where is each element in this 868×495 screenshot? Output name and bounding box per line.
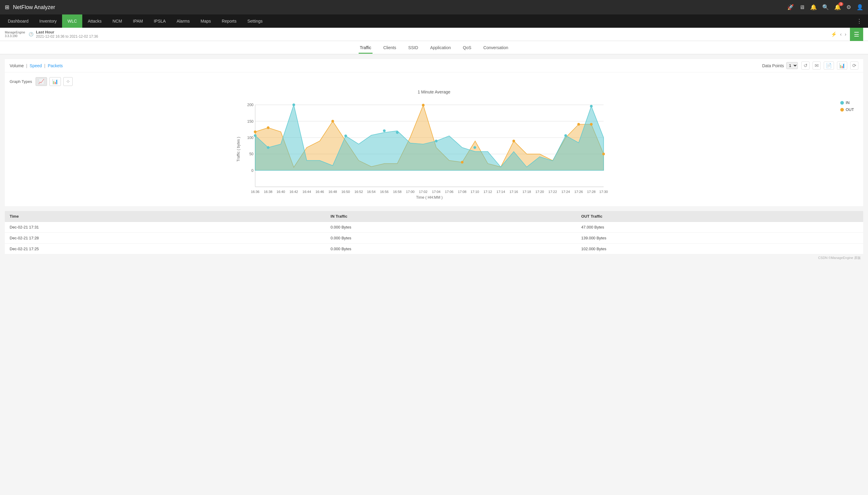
nav-forward-icon[interactable]: › bbox=[845, 32, 846, 37]
in-dot bbox=[267, 146, 270, 149]
svg-text:17:04: 17:04 bbox=[432, 190, 440, 193]
view-volume-link[interactable]: Volume bbox=[10, 63, 24, 68]
tab-conversation[interactable]: Conversation bbox=[482, 41, 510, 54]
view-links: Volume | Speed | Packets bbox=[10, 63, 63, 68]
col-time[interactable]: Time bbox=[5, 211, 326, 222]
user-icon[interactable]: 👤 bbox=[856, 4, 863, 11]
me-logo-line1: ManageEngine bbox=[5, 31, 25, 34]
me-logo-line2: 3.3.3.190 bbox=[5, 34, 25, 38]
svg-text:16:48: 16:48 bbox=[329, 190, 337, 193]
cell-out: 47.000 Bytes bbox=[576, 222, 863, 233]
notif-badge: 3 bbox=[838, 2, 843, 6]
nav-item-ipam[interactable]: IPAM bbox=[127, 15, 148, 28]
view-packets-link[interactable]: Packets bbox=[48, 63, 63, 68]
in-dot bbox=[590, 105, 592, 108]
top-bar: ⊞ NetFlow Analyzer 🚀 🖥 🔔 🔍 🔔 3 ⚙ 👤 bbox=[0, 0, 868, 15]
cell-in: 0.000 Bytes bbox=[326, 243, 576, 254]
alert-settings-icon[interactable]: ⚡ bbox=[831, 31, 837, 37]
graph-types-row: Graph Types 📈 📊 ⁘ bbox=[10, 77, 858, 86]
header-actions: ⚡ ‹ › bbox=[831, 31, 846, 37]
svg-text:17:08: 17:08 bbox=[458, 190, 466, 193]
svg-text:17:02: 17:02 bbox=[419, 190, 427, 193]
svg-text:16:38: 16:38 bbox=[264, 190, 273, 193]
gear-icon[interactable]: ⚙ bbox=[846, 4, 851, 11]
svg-text:17:14: 17:14 bbox=[497, 190, 505, 193]
in-dot bbox=[292, 103, 295, 106]
chart-container: Graph Types 📈 📊 ⁘ 1 Minute Average Traff… bbox=[5, 72, 863, 206]
notification-icon[interactable]: 🔔 3 bbox=[834, 4, 841, 11]
refresh-icon[interactable]: ↺ bbox=[801, 62, 810, 70]
bell-alt-icon[interactable]: 🔔 bbox=[810, 4, 817, 11]
tab-traffic[interactable]: Traffic bbox=[359, 41, 372, 54]
top-icons: 🚀 🖥 🔔 🔍 🔔 3 ⚙ 👤 bbox=[787, 4, 863, 11]
in-dot bbox=[383, 129, 386, 132]
sub-header: ManageEngine 3.3.3.190 🕐 Last Hour 2021-… bbox=[0, 28, 868, 41]
svg-text:100: 100 bbox=[247, 136, 254, 140]
svg-text:16:56: 16:56 bbox=[380, 190, 388, 193]
svg-text:17:22: 17:22 bbox=[549, 190, 557, 193]
pdf-icon[interactable]: 📄 bbox=[824, 62, 834, 70]
nav-item-wlc[interactable]: WLC bbox=[62, 15, 82, 28]
legend-in-dot bbox=[840, 101, 844, 105]
svg-text:Time ( HH:MM ): Time ( HH:MM ) bbox=[416, 195, 443, 200]
tab-application[interactable]: Application bbox=[429, 41, 452, 54]
nav-item-maps[interactable]: Maps bbox=[195, 15, 216, 28]
svg-text:200: 200 bbox=[247, 103, 254, 107]
in-dot bbox=[344, 134, 347, 137]
sep2: | bbox=[44, 63, 46, 68]
app-title: NetFlow Analyzer bbox=[13, 4, 787, 11]
legend-out-dot bbox=[840, 108, 844, 112]
legend-in-label: IN bbox=[846, 100, 850, 105]
out-dot bbox=[513, 140, 515, 142]
svg-text:17:24: 17:24 bbox=[561, 190, 570, 193]
rocket-icon[interactable]: 🚀 bbox=[787, 4, 794, 11]
nav-item-dashboard[interactable]: Dashboard bbox=[2, 15, 34, 28]
table-row: Dec-02-21 17:31 0.000 Bytes 47.000 Bytes bbox=[5, 222, 863, 233]
nav-item-settings[interactable]: Settings bbox=[242, 15, 268, 28]
svg-text:50: 50 bbox=[249, 152, 254, 156]
search-icon[interactable]: 🔍 bbox=[822, 4, 829, 11]
svg-text:17:06: 17:06 bbox=[445, 190, 453, 193]
nav-more-icon[interactable]: ⋮ bbox=[853, 18, 866, 24]
in-dot bbox=[473, 146, 476, 149]
svg-text:0: 0 bbox=[251, 169, 254, 173]
me-logo: ManageEngine 3.3.3.190 bbox=[5, 31, 25, 38]
menu-button[interactable]: ☰ bbox=[850, 28, 863, 41]
area-chart-btn[interactable]: 📈 bbox=[36, 77, 47, 86]
monitor-icon[interactable]: 🖥 bbox=[799, 4, 805, 11]
scatter-chart-btn[interactable]: ⁘ bbox=[63, 77, 73, 86]
table-row: Dec-02-21 17:28 0.000 Bytes 139.000 Byte… bbox=[5, 233, 863, 243]
nav-item-ncm[interactable]: NCM bbox=[107, 15, 127, 28]
nav-item-inventory[interactable]: Inventory bbox=[34, 15, 63, 28]
svg-text:16:44: 16:44 bbox=[302, 190, 311, 193]
time-info: 🕐 Last Hour 2021-12-02 16:36 to 2021-12-… bbox=[29, 30, 98, 39]
nav-item-reports[interactable]: Reports bbox=[216, 15, 242, 28]
reload-icon[interactable]: ⟳ bbox=[850, 62, 858, 70]
nav-back-icon[interactable]: ‹ bbox=[840, 32, 841, 37]
cell-in: 0.000 Bytes bbox=[326, 222, 576, 233]
cell-time: Dec-02-21 17:25 bbox=[5, 243, 326, 254]
data-points-select[interactable]: 1 2 5 bbox=[786, 62, 798, 69]
legend-out-label: OUT bbox=[846, 107, 854, 112]
data-points-label: Data Points bbox=[762, 63, 784, 68]
app-grid-icon[interactable]: ⊞ bbox=[5, 4, 9, 11]
nav-item-alarms[interactable]: Alarms bbox=[171, 15, 195, 28]
graph-types-label: Graph Types bbox=[10, 79, 32, 84]
tab-qos[interactable]: QoS bbox=[462, 41, 473, 54]
nav-item-ipsla[interactable]: IPSLA bbox=[148, 15, 171, 28]
svg-text:16:52: 16:52 bbox=[354, 190, 363, 193]
out-dot bbox=[577, 123, 580, 126]
out-dot bbox=[331, 120, 334, 123]
tab-ssid[interactable]: SSID bbox=[407, 41, 419, 54]
nav-item-attacks[interactable]: Attacks bbox=[82, 15, 107, 28]
bar-chart-btn[interactable]: 📊 bbox=[49, 77, 61, 86]
chart-svg-wrapper: Traffic ( bytes ) 200 150 100 50 0 bbox=[10, 98, 835, 201]
watermark: CSDN ©ManageEngine 原版 bbox=[5, 254, 863, 261]
svg-text:17:10: 17:10 bbox=[470, 190, 479, 193]
sep1: | bbox=[26, 63, 28, 68]
view-speed-link[interactable]: Speed bbox=[30, 63, 41, 68]
clock-icon: 🕐 bbox=[29, 32, 33, 36]
email-icon[interactable]: ✉ bbox=[813, 62, 821, 70]
export-icon[interactable]: 📊 bbox=[837, 62, 847, 70]
tab-clients[interactable]: Clients bbox=[382, 41, 398, 54]
